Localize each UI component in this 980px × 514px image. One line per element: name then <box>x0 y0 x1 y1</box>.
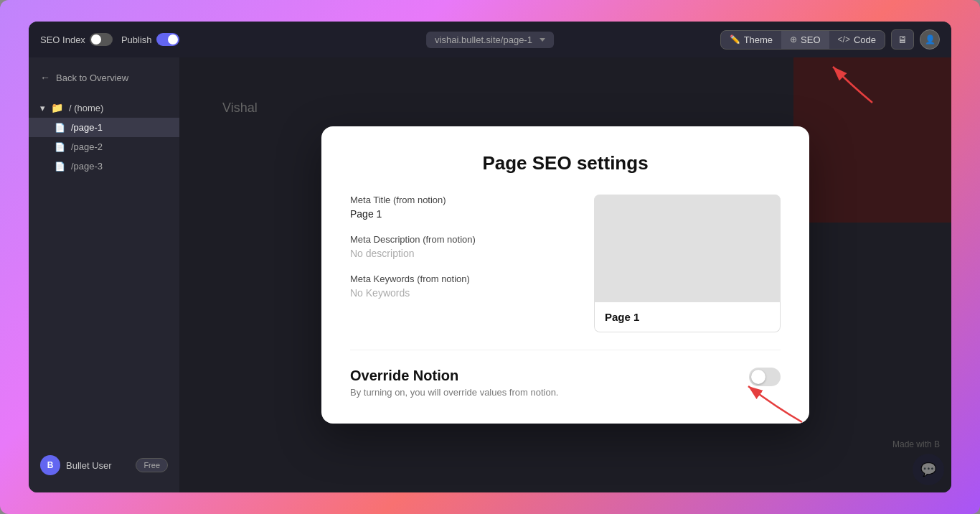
theme-label: Theme <box>744 34 773 45</box>
top-bar: SEO Index Publish vishai.bullet.site/pag… <box>29 22 951 57</box>
user-name: Bullet User <box>66 460 112 471</box>
back-arrow-icon: ← <box>40 72 50 83</box>
override-toggle[interactable] <box>749 368 781 386</box>
modal-left: Meta Title (from notion) Page 1 Meta Des… <box>350 195 577 332</box>
override-title: Override Notion <box>350 368 749 384</box>
meta-title-label: Meta Title (from notion) <box>350 195 577 205</box>
sidebar: ← Back to Overview ▾ 📁 / (home) 📄 /page-… <box>29 57 179 492</box>
seo-preview-text: Page 1 <box>594 302 781 332</box>
meta-title-value: Page 1 <box>350 208 577 220</box>
publish-label: Publish <box>121 34 152 45</box>
page2-label: /page-2 <box>71 141 103 152</box>
sidebar-item-page3[interactable]: 📄 /page-3 <box>29 156 179 176</box>
meta-description-value: No description <box>350 248 577 259</box>
monitor-button[interactable]: 🖥 <box>891 29 914 50</box>
user-avatar: B <box>40 455 60 475</box>
page3-label: /page-3 <box>71 161 103 172</box>
seo-preview-box: Page 1 <box>594 195 781 332</box>
sidebar-item-page1[interactable]: 📄 /page-1 <box>29 118 179 137</box>
modal-title: Page SEO settings <box>350 152 781 174</box>
meta-keywords-label: Meta Keywords (from notion) <box>350 274 577 284</box>
modal-body: Meta Title (from notion) Page 1 Meta Des… <box>350 195 781 332</box>
url-bar[interactable]: vishai.bullet.site/page-1 <box>426 32 554 48</box>
override-left: Override Notion By turning on, you will … <box>350 368 749 398</box>
sidebar-bottom: B Bullet User Free <box>29 447 179 484</box>
toolbar-btn-group: ✏️ Theme ⊕ SEO </> Code <box>720 30 885 50</box>
theme-button[interactable]: ✏️ Theme <box>721 31 781 49</box>
user-avatar-btn[interactable]: 👤 <box>920 29 940 50</box>
page1-label: /page-1 <box>71 122 103 133</box>
chevron-icon: ▾ <box>40 103 45 113</box>
sidebar-item-page2[interactable]: 📄 /page-2 <box>29 137 179 156</box>
meta-keywords-field: Meta Keywords (from notion) No Keywords <box>350 274 577 299</box>
folder-icon: 📁 <box>51 102 63 113</box>
top-bar-right: ✏️ Theme ⊕ SEO </> Code 🖥 👤 <box>720 29 940 50</box>
seo-settings-modal: Page SEO settings Meta Title (from notio… <box>321 126 809 424</box>
main-area: ← Back to Overview ▾ 📁 / (home) 📄 /page-… <box>29 57 951 492</box>
back-label: Back to Overview <box>56 73 128 83</box>
seo-button[interactable]: ⊕ SEO <box>781 31 829 49</box>
url-chevron-icon <box>540 38 545 42</box>
back-to-overview-button[interactable]: ← Back to Overview <box>29 66 179 89</box>
code-label: Code <box>854 34 876 45</box>
override-right <box>749 368 781 386</box>
meta-description-field: Meta Description (from notion) No descri… <box>350 234 577 259</box>
app-window: SEO Index Publish vishai.bullet.site/pag… <box>29 22 951 492</box>
meta-title-field: Meta Title (from notion) Page 1 <box>350 195 577 220</box>
page-icon-2: 📄 <box>55 142 65 152</box>
page-content: Vishal Page SEO settings Meta Title (fro… <box>179 57 951 492</box>
modal-right: Page 1 <box>594 195 781 332</box>
code-button[interactable]: </> Code <box>829 31 885 49</box>
folder-label: / (home) <box>69 103 103 113</box>
code-icon: </> <box>838 34 850 45</box>
url-text: vishai.bullet.site/page-1 <box>435 34 532 45</box>
sidebar-section: ▾ 📁 / (home) 📄 /page-1 📄 /page-2 📄 <box>29 95 179 179</box>
meta-description-label: Meta Description (from notion) <box>350 234 577 245</box>
seo-index-label: SEO Index <box>40 34 85 45</box>
modal-overlay: Page SEO settings Meta Title (from notio… <box>179 57 951 492</box>
seo-icon: ⊕ <box>790 34 797 45</box>
top-bar-left: SEO Index Publish <box>40 33 179 46</box>
override-desc: By turning on, you will override values … <box>350 387 749 398</box>
page-icon-1: 📄 <box>55 123 65 133</box>
page-icon-3: 📄 <box>55 162 65 172</box>
meta-keywords-value: No Keywords <box>350 287 577 299</box>
publish-group: Publish <box>121 33 179 46</box>
free-badge: Free <box>136 458 168 472</box>
pencil-icon: ✏️ <box>730 34 740 45</box>
seo-index-toggle[interactable] <box>90 33 113 46</box>
seo-preview-image <box>594 195 781 302</box>
publish-toggle[interactable] <box>156 33 179 46</box>
user-info: B Bullet User <box>40 455 112 475</box>
seo-index-group: SEO Index <box>40 33 113 46</box>
seo-preview-title: Page 1 <box>605 311 770 323</box>
override-section: Override Notion By turning on, you will … <box>350 350 781 398</box>
seo-label: SEO <box>801 34 820 45</box>
sidebar-folder-home[interactable]: ▾ 📁 / (home) <box>29 98 179 118</box>
